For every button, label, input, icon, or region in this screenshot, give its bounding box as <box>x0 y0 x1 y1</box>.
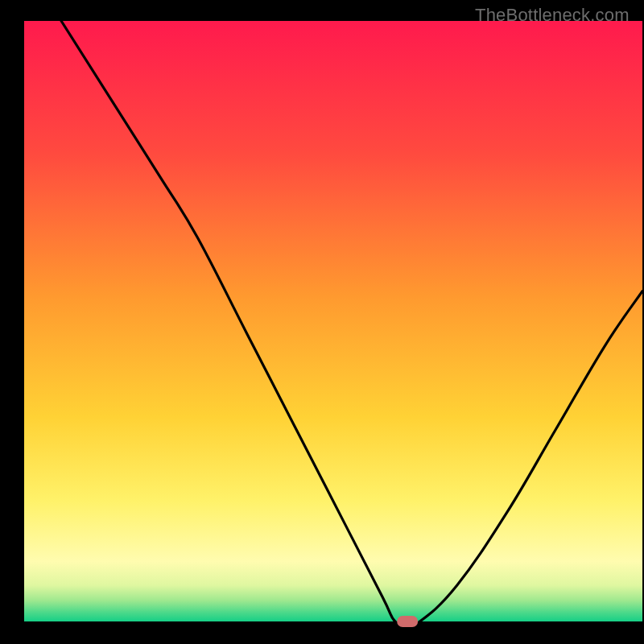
bottleneck-chart <box>0 0 644 644</box>
watermark-text: TheBottleneck.com <box>475 5 630 26</box>
optimal-marker <box>397 616 418 627</box>
chart-stage: TheBottleneck.com <box>0 0 644 644</box>
